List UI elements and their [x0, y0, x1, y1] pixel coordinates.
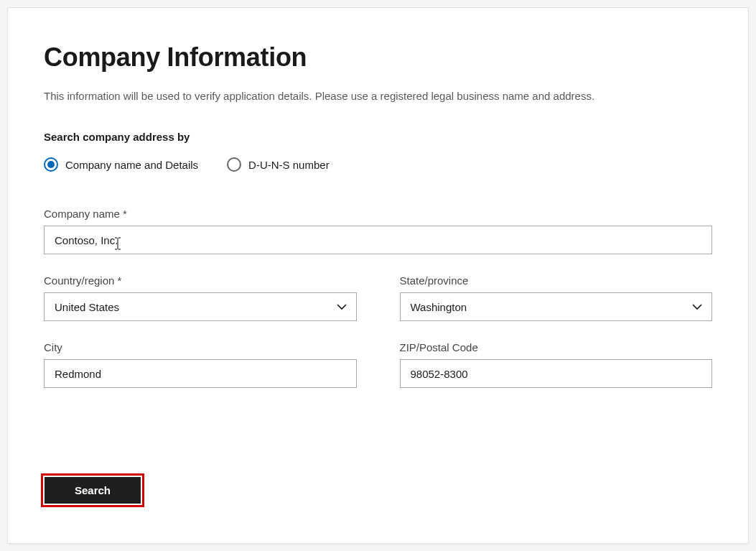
company-name-input[interactable]	[44, 226, 712, 254]
radio-company-name-details[interactable]: Company name and Details	[44, 157, 198, 172]
country-region-select[interactable]: United States	[44, 292, 357, 321]
radio-label: D-U-N-S number	[248, 159, 330, 171]
search-button-highlight: Search	[41, 473, 144, 507]
page-title: Company Information	[44, 42, 712, 73]
search-by-label: Search company address by	[44, 131, 712, 143]
search-by-radio-group: Company name and Details D-U-N-S number	[44, 157, 712, 172]
radio-label: Company name and Details	[65, 159, 198, 171]
zip-label: ZIP/Postal Code	[400, 341, 713, 353]
company-info-panel: Company Information This information wil…	[7, 7, 749, 544]
radio-dot-icon	[44, 157, 58, 172]
zip-input[interactable]	[400, 359, 713, 388]
city-label: City	[44, 341, 357, 353]
state-province-select[interactable]: Washington	[400, 292, 713, 321]
city-input[interactable]	[44, 359, 357, 388]
radio-dot-icon	[227, 157, 241, 172]
state-province-label: State/province	[400, 274, 713, 287]
page-description: This information will be used to verify …	[44, 88, 712, 103]
country-region-label: Country/region *	[44, 274, 357, 287]
search-button[interactable]: Search	[45, 477, 141, 504]
company-name-label: Company name *	[44, 208, 712, 220]
radio-duns-number[interactable]: D-U-N-S number	[227, 157, 330, 172]
